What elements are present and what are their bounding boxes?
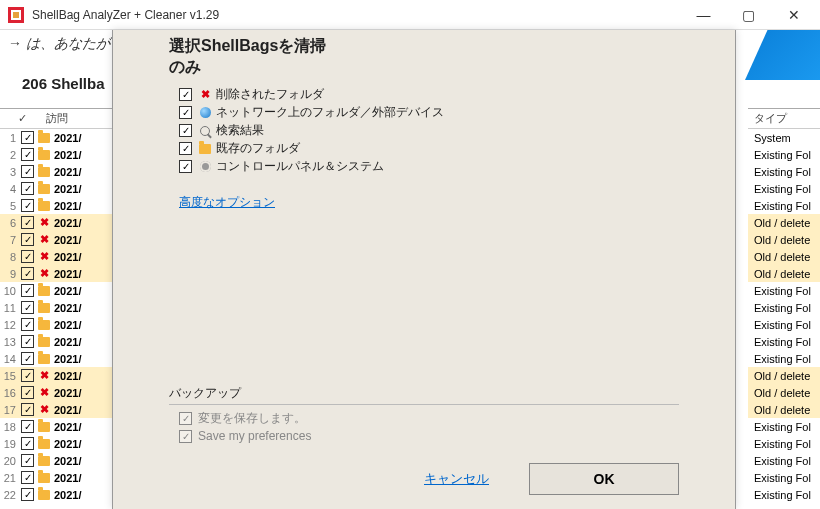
row-checkbox[interactable] — [21, 471, 34, 484]
folder-icon — [37, 352, 51, 366]
table-row[interactable]: 32021/ — [0, 163, 112, 180]
type-cell: Existing Fol — [748, 316, 820, 333]
folder-icon — [37, 335, 51, 349]
opt-save-preferences[interactable]: Save my preferences — [179, 427, 679, 445]
type-cell: System — [748, 129, 820, 146]
table-row[interactable]: 122021/ — [0, 316, 112, 333]
table-row[interactable]: 6✖2021/ — [0, 214, 112, 231]
svg-rect-2 — [13, 12, 19, 18]
row-checkbox[interactable] — [21, 284, 34, 297]
row-checkbox[interactable] — [21, 335, 34, 348]
table-row[interactable]: 112021/ — [0, 299, 112, 316]
opt-search-results[interactable]: 検索結果 — [179, 122, 685, 140]
app-icon — [8, 7, 24, 23]
row-checkbox[interactable] — [21, 301, 34, 314]
table-row[interactable]: 42021/ — [0, 180, 112, 197]
advanced-options-link[interactable]: 高度なオプション — [179, 194, 275, 211]
type-cell: Old / delete — [748, 384, 820, 401]
table-row[interactable]: 222021/ — [0, 486, 112, 503]
row-checkbox[interactable] — [21, 420, 34, 433]
type-cell: Existing Fol — [748, 282, 820, 299]
opt-control-panel[interactable]: コントロールパネル＆システム — [179, 158, 685, 176]
col-date-header[interactable]: 訪問 — [44, 111, 112, 126]
table-row[interactable]: 16✖2021/ — [0, 384, 112, 401]
type-cell: Existing Fol — [748, 197, 820, 214]
titlebar: ShellBag AnalyZer + Cleaner v1.29 — ▢ ✕ — [0, 0, 820, 30]
folder-icon — [37, 471, 51, 485]
gear-icon — [198, 160, 212, 174]
opt-network-folders[interactable]: ネットワーク上のフォルダ／外部デバイス — [179, 104, 685, 122]
table-row[interactable]: 15✖2021/ — [0, 367, 112, 384]
table-row[interactable]: 8✖2021/ — [0, 248, 112, 265]
deleted-icon: ✖ — [37, 369, 51, 383]
deleted-icon: ✖ — [37, 216, 51, 230]
window-title: ShellBag AnalyZer + Cleaner v1.29 — [32, 8, 681, 22]
type-cell: Existing Fol — [748, 435, 820, 452]
cancel-button[interactable]: キャンセル — [424, 470, 489, 488]
clean-dialog: 選択ShellBagsを清掃のみ ✖削除されたフォルダ ネットワーク上のフォルダ… — [112, 30, 736, 509]
prompt-line: →は、あなたが — [8, 35, 110, 53]
table-row[interactable]: 9✖2021/ — [0, 265, 112, 282]
type-cell: Existing Fol — [748, 163, 820, 180]
row-checkbox[interactable] — [21, 318, 34, 331]
folder-icon — [37, 437, 51, 451]
row-checkbox[interactable] — [21, 386, 34, 399]
globe-icon — [198, 106, 212, 120]
row-checkbox[interactable] — [21, 216, 34, 229]
folder-icon — [37, 165, 51, 179]
table-row[interactable]: 212021/ — [0, 469, 112, 486]
deleted-icon: ✖ — [37, 250, 51, 264]
table-row[interactable]: 12021/ — [0, 129, 112, 146]
col-check-header[interactable]: ✓ — [0, 112, 44, 125]
row-checkbox[interactable] — [21, 267, 34, 280]
row-checkbox[interactable] — [21, 369, 34, 382]
opt-save-changes[interactable]: 変更を保存します。 — [179, 409, 679, 427]
maximize-button[interactable]: ▢ — [726, 0, 771, 29]
col-type-header[interactable]: タイプ — [748, 109, 820, 129]
type-cell: Existing Fol — [748, 333, 820, 350]
folder-icon — [37, 454, 51, 468]
type-cell: Existing Fol — [748, 486, 820, 503]
row-checkbox[interactable] — [21, 250, 34, 263]
row-checkbox[interactable] — [21, 199, 34, 212]
table-row[interactable]: 52021/ — [0, 197, 112, 214]
row-checkbox[interactable] — [21, 454, 34, 467]
folder-icon — [37, 318, 51, 332]
opt-existing-folders[interactable]: 既存のフォルダ — [179, 140, 685, 158]
minimize-button[interactable]: — — [681, 0, 726, 29]
row-checkbox[interactable] — [21, 488, 34, 501]
row-checkbox[interactable] — [21, 182, 34, 195]
type-cell: Old / delete — [748, 265, 820, 282]
table-row[interactable]: 132021/ — [0, 333, 112, 350]
table-row[interactable]: 102021/ — [0, 282, 112, 299]
row-checkbox[interactable] — [21, 131, 34, 144]
type-cell: Existing Fol — [748, 299, 820, 316]
table-right: タイプ SystemExisting FolExisting FolExisti… — [748, 108, 820, 509]
deleted-icon: ✖ — [37, 233, 51, 247]
table-row[interactable]: 7✖2021/ — [0, 231, 112, 248]
row-checkbox[interactable] — [21, 352, 34, 365]
table-row[interactable]: 142021/ — [0, 350, 112, 367]
ok-button[interactable]: OK — [529, 463, 679, 495]
table-row[interactable]: 22021/ — [0, 146, 112, 163]
shellbag-count: 206 Shellba — [22, 75, 105, 92]
table-row[interactable]: 17✖2021/ — [0, 401, 112, 418]
row-checkbox[interactable] — [21, 148, 34, 161]
table-row[interactable]: 192021/ — [0, 435, 112, 452]
type-cell: Old / delete — [748, 214, 820, 231]
type-cell: Existing Fol — [748, 452, 820, 469]
header-accent — [745, 30, 820, 80]
table-left: ✓ 訪問 12021/22021/32021/42021/52021/6✖202… — [0, 108, 112, 509]
folder-icon — [37, 488, 51, 502]
backup-section-title: バックアップ — [169, 385, 679, 405]
type-cell: Existing Fol — [748, 418, 820, 435]
table-row[interactable]: 182021/ — [0, 418, 112, 435]
table-row[interactable]: 202021/ — [0, 452, 112, 469]
row-checkbox[interactable] — [21, 403, 34, 416]
search-icon — [198, 124, 212, 138]
row-checkbox[interactable] — [21, 437, 34, 450]
opt-deleted-folders[interactable]: ✖削除されたフォルダ — [179, 86, 685, 104]
row-checkbox[interactable] — [21, 233, 34, 246]
row-checkbox[interactable] — [21, 165, 34, 178]
close-button[interactable]: ✕ — [771, 0, 816, 29]
